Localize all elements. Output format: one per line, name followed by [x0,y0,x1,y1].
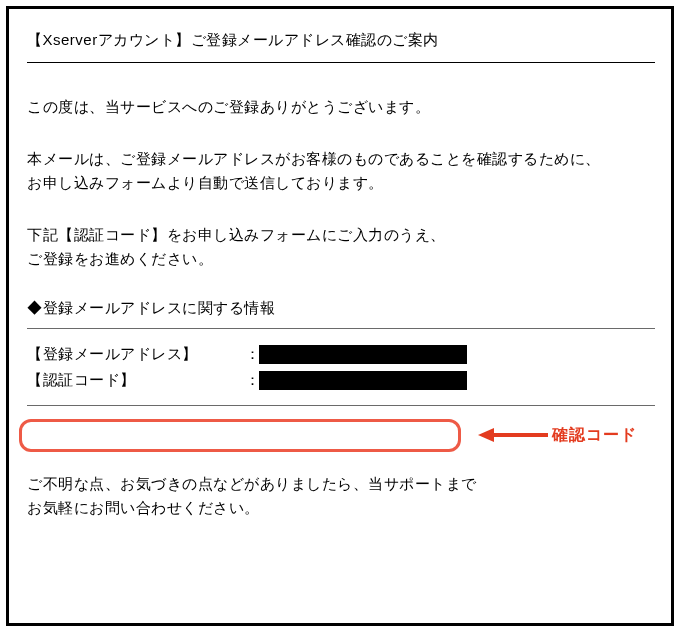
section-divider [27,328,655,329]
colon: ： [245,345,259,364]
footer-line-2: お気軽にお問い合わせください。 [27,499,260,516]
divider [27,62,655,63]
instruction-text: 下記【認証コード】をお申し込みフォームにご入力のうえ、 ご登録をお進めください。 [27,223,655,271]
verification-code-value [259,370,467,390]
colon: ： [245,371,259,390]
svg-marker-1 [478,428,494,442]
verification-code-row: 【認証コード】 ： [27,367,655,393]
verification-code-label: 【認証コード】 [27,371,245,390]
instruction-line-1: 下記【認証コード】をお申し込みフォームにご入力のうえ、 [27,226,446,243]
annotation-label: 確認コード [552,425,637,446]
greeting-text: この度は、当サービスへのご登録ありがとうございます。 [27,95,655,119]
annotation-arrow [478,423,548,447]
footer-text: ご不明な点、お気づきの点などがありましたら、当サポートまで お気軽にお問い合わせ… [27,472,655,520]
footer-line-1: ご不明な点、お気づきの点などがありましたら、当サポートまで [27,475,477,492]
registered-email-row: 【登録メールアドレス】 ： [27,341,655,367]
redacted-block [259,371,467,390]
intro-text: 本メールは、ご登録メールアドレスがお客様のものであることを確認するために、 お申… [27,147,655,195]
section-heading: ◆登録メールアドレスに関する情報 [27,299,655,318]
registered-email-value [259,344,467,364]
redacted-block [259,345,467,364]
email-frame: 【Xserverアカウント】ご登録メールアドレス確認のご案内 この度は、当サービ… [6,6,674,626]
intro-line-1: 本メールは、ご登録メールアドレスがお客様のものであることを確認するために、 [27,150,601,167]
email-subject: 【Xserverアカウント】ご登録メールアドレス確認のご案内 [27,31,655,50]
intro-line-2: お申し込みフォームより自動で送信しております。 [27,174,384,191]
section-divider-bottom [27,405,655,406]
registered-email-label: 【登録メールアドレス】 [27,345,245,364]
instruction-line-2: ご登録をお進めください。 [27,250,213,267]
